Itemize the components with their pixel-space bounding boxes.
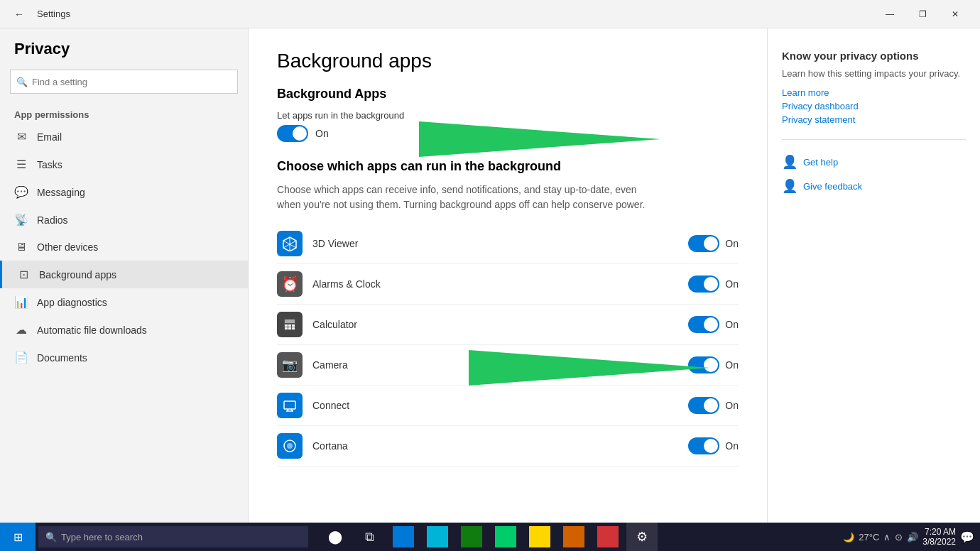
sidebar: Privacy 🔍 App permissions ✉ Email ☰ Task… [0,28,249,523]
app-row-camera: 📷 Camera On [277,345,739,386]
blue1-block [393,526,414,547]
taskbar-clock[interactable]: 7:20 AM 3/8/2022 [922,527,956,547]
windows-icon: ⊞ [13,530,23,544]
app-icon-connect [277,393,303,418]
taskbar-red[interactable] [592,523,624,551]
messaging-icon: 💬 [14,185,28,199]
sidebar-item-label-email: Email [37,131,62,143]
get-help-link[interactable]: Get help [803,157,838,168]
app-icon-3d-viewer [277,231,303,256]
taskbar-orange[interactable] [558,523,589,551]
other-devices-icon: 🖥 [14,241,28,253]
green2-block [495,526,516,547]
taskbar-center: ⬤ ⧉ ⚙ [320,523,658,551]
sidebar-item-label-radios: Radios [37,214,68,226]
toggle-alarms-clock[interactable] [688,276,719,293]
start-button[interactable]: ⊞ [0,523,36,551]
sidebar-item-other-devices[interactable]: 🖥 Other devices [0,234,248,261]
toggle-thumb [293,126,307,141]
svg-rect-12 [292,327,295,329]
learn-more-link[interactable]: Learn more [782,87,966,98]
temp-label: 27°C [859,532,879,542]
taskview-icon: ⧉ [365,530,374,545]
privacy-dashboard-link[interactable]: Privacy dashboard [782,101,966,111]
svg-rect-9 [292,324,295,327]
toggle-label-calculator: On [725,319,739,330]
give-feedback-link[interactable]: Give feedback [803,181,862,192]
right-panel-desc: Learn how this setting impacts your priv… [782,67,966,80]
back-button[interactable]: ← [9,4,30,25]
privacy-statement-link[interactable]: Privacy statement [782,114,966,125]
toggle-3d-viewer[interactable] [688,235,719,252]
toggle-camera[interactable] [688,356,719,373]
sidebar-item-app-diagnostics[interactable]: 📊 App diagnostics [0,288,248,316]
sidebar-item-email[interactable]: ✉ Email [0,123,248,151]
right-divider [782,139,966,140]
toggle-thumb-connect [704,398,718,413]
taskbar-blue2[interactable] [422,523,453,551]
app-toggle-wrap-connect: On [688,397,739,414]
notification-icon[interactable]: 💬 [960,530,974,544]
toggle-connect[interactable] [688,397,719,414]
radios-icon: 📡 [14,213,28,227]
taskbar-search-icon: 🔍 [45,532,57,542]
red-block [597,526,619,547]
app-row-cortana: Cortana On [277,426,739,467]
toggle-thumb-camera [704,358,718,372]
sidebar-item-label-documents: Documents [37,352,87,364]
taskbar-search-box[interactable]: 🔍 Type here to search [38,526,308,547]
toggle-thumb-cortana [704,439,718,453]
main-content: Background apps Background Apps Let apps… [249,28,767,523]
search-input[interactable] [32,77,232,87]
app-icon-cortana [277,433,303,459]
taskbar-cortana[interactable]: ⬤ [320,523,351,551]
toggle-label-alarms-clock: On [725,278,739,290]
calculator-svg [283,317,297,332]
close-button[interactable]: ✕ [939,3,971,26]
sidebar-item-documents[interactable]: 📄 Documents [0,344,248,371]
toggle-label-camera: On [725,359,739,371]
app-toggle-wrap-calculator: On [688,316,739,333]
main-toggle-row: On [277,125,739,142]
network-icon: ⊙ [895,532,903,542]
documents-icon: 📄 [14,351,28,364]
green-arrow-1 [312,118,668,160]
svg-rect-14 [284,401,295,409]
maximize-button[interactable]: ❐ [906,3,939,26]
taskbar-yellow[interactable] [524,523,555,551]
choose-desc: Choose which apps can receive info, send… [277,182,646,212]
title-bar-title: Settings [37,9,70,19]
app-permissions-label: App permissions [0,102,248,123]
right-panel: Know your privacy options Learn how this… [767,28,980,523]
taskbar-blue1[interactable] [388,523,419,551]
taskbar-taskview[interactable]: ⧉ [354,523,385,551]
search-box[interactable]: 🔍 [10,70,238,94]
app-name-cortana: Cortana [312,440,678,452]
taskbar-right: 🌙 27°C ∧ ⊙ 🔊 7:20 AM 3/8/2022 💬 [843,527,980,547]
minimize-button[interactable]: — [873,3,906,26]
svg-rect-7 [285,324,288,327]
toggle-cortana[interactable] [688,437,719,454]
sidebar-header: Privacy [0,28,248,64]
sidebar-item-tasks[interactable]: ☰ Tasks [0,151,248,178]
app-name-camera: Camera [312,359,678,371]
app-icon-alarms-clock: ⏰ [277,271,303,297]
app-diagnostics-icon: 📊 [14,295,28,309]
main-toggle[interactable] [277,125,308,142]
app-row-alarms-clock: ⏰ Alarms & Clock On [277,264,739,305]
app-toggle-wrap-3d-viewer: On [688,235,739,252]
app-toggle-wrap-cortana: On [688,437,739,454]
toggle-calculator[interactable] [688,316,719,333]
svg-point-19 [287,443,293,449]
sidebar-item-messaging[interactable]: 💬 Messaging [0,178,248,206]
sidebar-item-radios[interactable]: 📡 Radios [0,206,248,234]
taskbar-green1[interactable] [456,523,487,551]
choose-title: Choose which apps can run in the backgro… [277,159,739,174]
app-name-alarms-clock: Alarms & Clock [312,278,678,290]
give-feedback-icon: 👤 [782,178,797,194]
sidebar-item-background-apps[interactable]: ⊡ Background apps [0,261,248,288]
sidebar-item-automatic-file-downloads[interactable]: ☁ Automatic file downloads [0,316,248,344]
taskbar-green2[interactable] [490,523,521,551]
tasks-icon: ☰ [14,158,28,171]
taskbar-settings[interactable]: ⚙ [626,523,658,551]
